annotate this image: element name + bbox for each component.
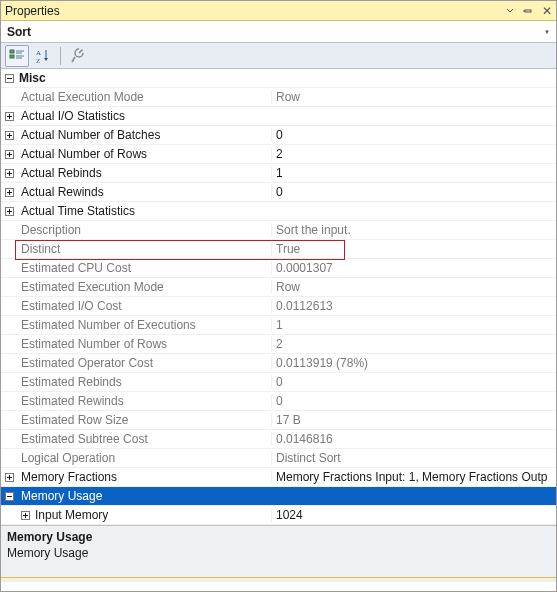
property-label: Estimated Subtree Cost <box>17 432 271 446</box>
categorized-button[interactable] <box>5 45 29 67</box>
property-row[interactable]: Estimated CPU Cost0.0001307 <box>1 259 556 278</box>
property-row[interactable]: Actual Execution ModeRow <box>1 88 556 107</box>
property-label: Memory Fractions <box>17 470 271 484</box>
property-row[interactable]: Estimated Operator Cost0.0113919 (78%) <box>1 354 556 373</box>
property-row[interactable]: Actual Rebinds1 <box>1 164 556 183</box>
property-row[interactable]: Actual I/O Statistics <box>1 107 556 126</box>
property-value: 0.0146816 <box>271 432 556 446</box>
svg-text:A: A <box>36 49 41 57</box>
property-label: Estimated Number of Executions <box>17 318 271 332</box>
category-row[interactable]: Misc <box>1 69 556 88</box>
property-label: Actual Number of Batches <box>17 128 271 142</box>
chevron-down-icon: ▼ <box>544 29 550 35</box>
property-label: Actual Execution Mode <box>17 90 271 104</box>
property-row[interactable]: Memory Usage <box>1 487 556 506</box>
property-row[interactable]: Actual Number of Rows2 <box>1 145 556 164</box>
property-pages-button[interactable] <box>66 45 90 67</box>
property-label: Estimated I/O Cost <box>17 299 271 313</box>
property-label: Input Memory <box>33 508 271 522</box>
collapse-icon[interactable] <box>1 492 17 501</box>
property-label: Description <box>17 223 271 237</box>
window-title: Properties <box>5 4 60 18</box>
expand-icon[interactable] <box>1 188 17 197</box>
expand-icon[interactable] <box>1 169 17 178</box>
property-row[interactable]: Estimated Subtree Cost0.0146816 <box>1 430 556 449</box>
property-label: Estimated CPU Cost <box>17 261 271 275</box>
alphabetical-button[interactable]: A Z <box>31 45 55 67</box>
description-name: Memory Usage <box>7 530 550 544</box>
property-value: True <box>271 242 556 256</box>
property-label: Logical Operation <box>17 451 271 465</box>
property-row[interactable]: Estimated Number of Rows2 <box>1 335 556 354</box>
property-value: 1024 <box>271 508 556 522</box>
property-value: 0 <box>271 375 556 389</box>
property-label: Actual I/O Statistics <box>17 109 271 123</box>
dropdown-icon[interactable] <box>506 7 520 15</box>
property-value: 17 B <box>271 413 556 427</box>
property-row[interactable]: DistinctTrue <box>1 240 556 259</box>
svg-rect-3 <box>10 55 14 58</box>
expand-icon[interactable] <box>1 131 17 140</box>
titlebar: Properties ✕ <box>1 1 556 21</box>
toolbar-separator <box>60 47 61 65</box>
property-row[interactable]: Logical OperationDistinct Sort <box>1 449 556 468</box>
expand-icon[interactable] <box>1 150 17 159</box>
property-label: Actual Rebinds <box>17 166 271 180</box>
property-row[interactable]: Estimated Execution ModeRow <box>1 278 556 297</box>
property-row[interactable]: Actual Rewinds0 <box>1 183 556 202</box>
property-grid-container: Misc Actual Execution ModeRowActual I/O … <box>1 69 556 525</box>
property-label: Actual Number of Rows <box>17 147 271 161</box>
property-value: Sort the input. <box>271 223 556 237</box>
property-label: Estimated Row Size <box>17 413 271 427</box>
property-row[interactable]: Estimated Rebinds0 <box>1 373 556 392</box>
description-pane: Memory Usage Memory Usage <box>1 525 556 577</box>
property-row[interactable]: Estimated I/O Cost0.0112613 <box>1 297 556 316</box>
property-value: 1 <box>271 166 556 180</box>
property-value: 0.0001307 <box>271 261 556 275</box>
property-value: Row <box>271 90 556 104</box>
property-row[interactable]: Input Memory1024 <box>1 506 556 525</box>
expand-icon[interactable] <box>1 207 17 216</box>
property-label: Actual Time Statistics <box>17 204 271 218</box>
selected-object-text: Sort <box>7 25 31 39</box>
property-row[interactable]: DescriptionSort the input. <box>1 221 556 240</box>
property-row[interactable]: Estimated Rewinds0 <box>1 392 556 411</box>
property-value: Distinct Sort <box>271 451 556 465</box>
property-value: 2 <box>271 147 556 161</box>
property-label: Estimated Operator Cost <box>17 356 271 370</box>
property-value: Memory Fractions Input: 1, Memory Fracti… <box>271 470 556 484</box>
expand-icon[interactable] <box>1 511 33 520</box>
object-selector[interactable]: Sort ▼ <box>1 21 556 43</box>
description-help: Memory Usage <box>7 546 550 560</box>
property-row[interactable]: Actual Number of Batches0 <box>1 126 556 145</box>
expand-icon[interactable] <box>1 473 17 482</box>
property-row[interactable]: Estimated Row Size17 B <box>1 411 556 430</box>
svg-line-12 <box>72 57 75 62</box>
property-row[interactable]: Memory FractionsMemory Fractions Input: … <box>1 468 556 487</box>
expand-icon[interactable] <box>1 112 17 121</box>
svg-text:Z: Z <box>36 57 40 64</box>
property-label: Estimated Number of Rows <box>17 337 271 351</box>
close-icon[interactable]: ✕ <box>540 5 554 17</box>
property-grid[interactable]: Misc Actual Execution ModeRowActual I/O … <box>1 69 556 525</box>
property-value: 0.0112613 <box>271 299 556 313</box>
property-value: 1 <box>271 318 556 332</box>
property-label: Actual Rewinds <box>17 185 271 199</box>
property-toolbar: A Z <box>1 43 556 69</box>
bottom-area <box>1 579 556 582</box>
property-value: 2 <box>271 337 556 351</box>
property-value: Row <box>271 280 556 294</box>
collapse-icon[interactable] <box>1 74 17 83</box>
svg-rect-2 <box>10 50 14 53</box>
property-label: Estimated Rebinds <box>17 375 271 389</box>
property-row[interactable]: Estimated Number of Executions1 <box>1 316 556 335</box>
property-value: 0 <box>271 394 556 408</box>
property-label: Estimated Execution Mode <box>17 280 271 294</box>
property-value: 0 <box>271 128 556 142</box>
pin-icon[interactable] <box>523 6 537 16</box>
property-label: Distinct <box>17 242 271 256</box>
property-label: Memory Usage <box>17 489 271 503</box>
svg-rect-11 <box>78 49 83 54</box>
category-label: Misc <box>17 71 271 85</box>
property-row[interactable]: Actual Time Statistics <box>1 202 556 221</box>
